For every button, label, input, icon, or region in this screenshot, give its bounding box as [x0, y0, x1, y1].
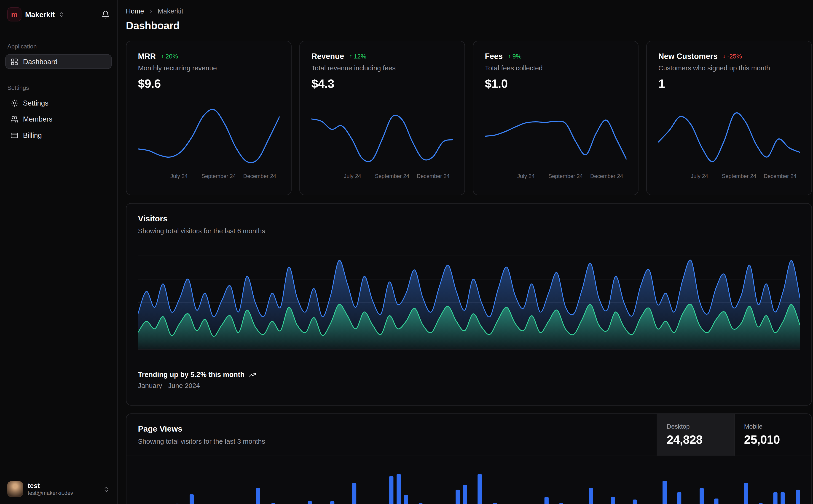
sidebar-nav-settings: Settings Members Billing	[5, 95, 112, 143]
page-title: Dashboard	[126, 20, 812, 32]
sparkline-chart	[485, 105, 627, 167]
page-views-bar	[389, 476, 393, 504]
sidebar-item-dashboard[interactable]: Dashboard	[5, 54, 112, 69]
visitors-subtitle: Showing total visitors for the last 6 mo…	[138, 227, 800, 235]
gear-icon	[11, 99, 18, 107]
chevrons-up-down-icon	[58, 11, 64, 17]
page-views-bar	[559, 503, 563, 504]
stat-subtitle: Monthly recurring revenue	[138, 64, 280, 72]
stat-title: Revenue	[312, 52, 344, 61]
sidebar-item-label: Billing	[23, 131, 42, 139]
users-icon	[11, 115, 18, 123]
page-views-bar	[397, 474, 401, 504]
sparkline-chart	[659, 105, 800, 167]
dashboard-icon	[11, 58, 18, 65]
page-views-bar-chart	[126, 474, 811, 504]
workspace-switcher[interactable]: m Makerkit	[5, 7, 112, 21]
user-menu[interactable]: test test@makerkit.dev	[5, 479, 112, 499]
breadcrumb-current: Makerkit	[157, 7, 183, 15]
desktop-value: 24,828	[667, 433, 725, 447]
sidebar-item-label: Members	[23, 115, 53, 123]
page-views-bar	[744, 483, 748, 504]
page-views-bar	[633, 499, 637, 504]
workspace-name: Makerkit	[25, 10, 55, 19]
page-views-bar	[759, 503, 763, 504]
visitors-range: January - June 2024	[138, 382, 800, 389]
app-root: m Makerkit Application Dashboard Setting…	[0, 0, 813, 504]
page-views-bar	[781, 492, 785, 504]
page-views-bar	[463, 485, 467, 504]
page-views-mobile-toggle[interactable]: Mobile 25,010	[734, 414, 811, 456]
page-views-bar	[419, 503, 423, 504]
page-views-bar	[795, 490, 800, 504]
sparkline-x-axis: July 24 September 24 December 24	[485, 173, 627, 180]
desktop-label: Desktop	[667, 423, 725, 430]
page-views-bar	[478, 474, 482, 504]
main-content: Home Makerkit Dashboard MRR ↑ 20%	[118, 0, 813, 504]
page-views-bar	[330, 501, 334, 504]
user-email: test@makerkit.dev	[28, 490, 73, 496]
visitors-title: Visitors	[138, 214, 800, 223]
stat-subtitle: Customers who signed up this month	[659, 64, 800, 72]
stat-card-revenue: Revenue ↑ 12% Total revenue including fe…	[299, 41, 465, 195]
trend-up-icon: ↑	[349, 53, 352, 59]
user-meta: test test@makerkit.dev	[28, 483, 73, 496]
trending-up-icon	[249, 371, 256, 378]
stat-delta: ↑ 20%	[161, 53, 178, 60]
stat-title: Fees	[485, 52, 503, 61]
visitors-area-chart	[138, 249, 800, 352]
bell-icon[interactable]	[101, 10, 110, 19]
page-views-bar	[493, 503, 497, 504]
page-views-title: Page Views	[138, 424, 645, 434]
stat-title: New Customers	[659, 52, 718, 61]
stat-card-mrr: MRR ↑ 20% Monthly recurring revenue $9.6…	[126, 41, 292, 195]
stat-value: $9.6	[138, 77, 280, 91]
page-views-bar	[404, 495, 408, 504]
user-name: test	[28, 483, 73, 489]
page-views-bar	[589, 488, 593, 504]
page-views-bar	[699, 488, 704, 504]
stat-value: $4.3	[312, 77, 453, 91]
sparkline-x-axis: July 24 September 24 December 24	[659, 173, 800, 180]
page-views-bar	[189, 494, 194, 504]
page-views-card: Page Views Showing total visitors for th…	[126, 413, 812, 504]
visitors-trend: Trending up by 5.2% this month	[138, 371, 800, 378]
sparkline-x-axis: July 24 September 24 December 24	[312, 173, 453, 180]
page-views-bar	[663, 481, 667, 504]
trend-down-icon: ↓	[723, 53, 726, 59]
page-views-header: Page Views Showing total visitors for th…	[126, 414, 811, 456]
visitors-card: Visitors Showing total visitors for the …	[126, 203, 812, 406]
sidebar: m Makerkit Application Dashboard Setting…	[0, 0, 117, 504]
stat-delta: ↓ -25%	[723, 53, 742, 60]
page-views-bar	[456, 490, 460, 504]
sidebar-section-settings: Settings	[7, 85, 112, 91]
sparkline-chart	[312, 105, 453, 167]
page-views-bar	[714, 499, 718, 504]
stat-cards-row: MRR ↑ 20% Monthly recurring revenue $9.6…	[126, 41, 812, 195]
sidebar-item-label: Settings	[23, 99, 48, 107]
breadcrumb: Home Makerkit	[126, 7, 812, 15]
credit-card-icon	[11, 131, 18, 139]
stat-subtitle: Total fees collected	[485, 64, 627, 72]
stat-value: $1.0	[485, 77, 627, 91]
page-views-bar	[271, 503, 275, 504]
page-views-bar	[352, 483, 356, 504]
stat-card-new-customers: New Customers ↓ -25% Customers who signe…	[646, 41, 812, 195]
user-avatar	[7, 481, 23, 497]
stat-card-fees: Fees ↑ 9% Total fees collected $1.0 July…	[473, 41, 639, 195]
trend-up-icon: ↑	[161, 53, 164, 59]
stat-subtitle: Total revenue including fees	[312, 64, 453, 72]
sidebar-item-members[interactable]: Members	[5, 112, 112, 126]
chevrons-up-down-icon	[103, 486, 110, 493]
sparkline-x-axis: July 24 September 24 December 24	[138, 173, 280, 180]
sidebar-nav-application: Dashboard	[5, 54, 112, 69]
page-views-desktop-toggle[interactable]: Desktop 24,828	[657, 414, 734, 456]
sidebar-item-settings[interactable]: Settings	[5, 95, 112, 110]
mobile-value: 25,010	[744, 433, 802, 447]
sidebar-section-application: Application	[7, 43, 112, 50]
page-views-subtitle: Showing total visitors for the last 3 mo…	[138, 438, 645, 445]
sidebar-item-billing[interactable]: Billing	[5, 128, 112, 143]
breadcrumb-home-link[interactable]: Home	[126, 7, 144, 15]
page-views-bar	[677, 492, 682, 504]
stat-title: MRR	[138, 52, 156, 61]
